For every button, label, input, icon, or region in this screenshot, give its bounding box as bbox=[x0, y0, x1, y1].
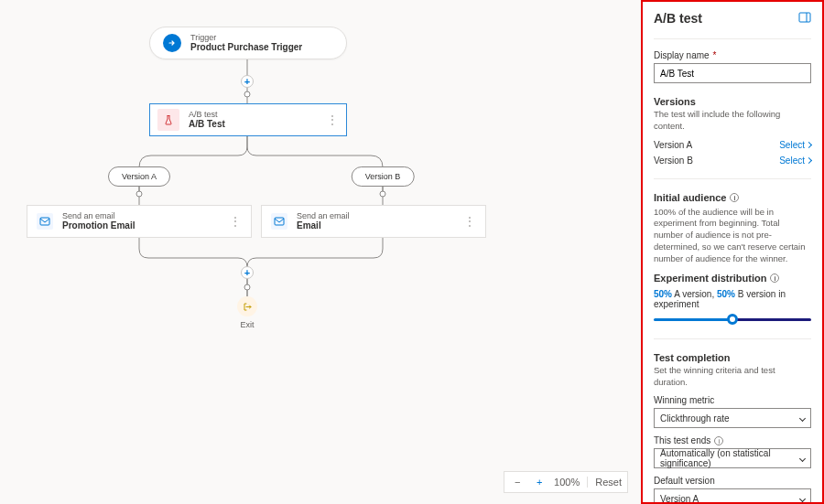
delete-icon[interactable] bbox=[798, 12, 811, 26]
svg-rect-0 bbox=[40, 218, 49, 225]
connector-ring bbox=[244, 284, 251, 291]
test-ends-label: This test endsi bbox=[654, 435, 811, 445]
version-a-label: Version A bbox=[654, 140, 692, 150]
trigger-icon bbox=[163, 34, 181, 52]
connector-ring bbox=[244, 91, 251, 98]
select-version-b[interactable]: Select bbox=[779, 155, 811, 166]
email-label: Send an email bbox=[62, 212, 135, 220]
completion-heading: Test completion bbox=[654, 352, 811, 363]
ab-label: A/B test bbox=[189, 111, 225, 119]
trigger-title: Product Purchase Trigger bbox=[190, 42, 302, 53]
version-b-chip[interactable]: Version B bbox=[352, 166, 415, 187]
info-icon: i bbox=[714, 436, 723, 445]
email-title: Promotion Email bbox=[62, 220, 135, 231]
version-a-chip[interactable]: Version A bbox=[108, 166, 170, 187]
audience-body: 100% of the audience will be in experime… bbox=[654, 207, 811, 265]
audience-heading: Initial audiencei bbox=[654, 192, 811, 203]
side-panel: A/B test Display name* Versions The test… bbox=[641, 0, 824, 504]
zoom-in-button[interactable]: + bbox=[532, 477, 547, 488]
email-title: Email bbox=[297, 220, 350, 231]
node-more-icon[interactable]: ⋮ bbox=[464, 215, 476, 228]
exit-label: Exit bbox=[240, 320, 254, 329]
svg-rect-2 bbox=[799, 13, 810, 22]
winning-metric-dropdown[interactable]: Clickthrough rate bbox=[654, 408, 811, 428]
distribution-text: 50% A version, 50% B version in experime… bbox=[654, 289, 811, 309]
default-version-dropdown[interactable]: Version A bbox=[654, 488, 811, 502]
info-icon: i bbox=[770, 273, 779, 283]
distribution-slider[interactable] bbox=[654, 313, 811, 326]
zoom-out-button[interactable]: − bbox=[510, 477, 525, 488]
zoom-level: 100% bbox=[554, 477, 580, 488]
add-step-1[interactable]: + bbox=[241, 75, 254, 88]
versions-sub: The test will include the following cont… bbox=[654, 109, 811, 133]
info-icon: i bbox=[730, 193, 739, 202]
chevron-down-icon bbox=[799, 456, 806, 462]
completion-sub: Set the winning criteria and test durati… bbox=[654, 365, 811, 389]
add-step-2[interactable]: + bbox=[241, 266, 254, 279]
versions-heading: Versions bbox=[654, 96, 811, 107]
winning-metric-label: Winning metric bbox=[654, 395, 811, 405]
email-node-a[interactable]: Send an email Promotion Email ⋮ bbox=[27, 205, 252, 238]
node-more-icon[interactable]: ⋮ bbox=[327, 113, 339, 126]
ab-test-node[interactable]: A/B test A/B Test ⋮ bbox=[149, 103, 347, 136]
trigger-node[interactable]: Trigger Product Purchase Trigger bbox=[149, 27, 347, 59]
email-icon bbox=[271, 213, 287, 230]
zoom-toolbar: − + 100% Reset bbox=[504, 471, 628, 493]
chevron-down-icon bbox=[799, 415, 806, 422]
flask-icon bbox=[157, 109, 179, 131]
connectors bbox=[0, 0, 641, 504]
email-label: Send an email bbox=[297, 212, 350, 220]
panel-title: A/B test bbox=[654, 11, 702, 26]
connector-ring bbox=[380, 191, 386, 198]
distribution-heading: Experiment distributioni bbox=[654, 273, 811, 284]
email-icon bbox=[37, 213, 53, 230]
zoom-reset-button[interactable]: Reset bbox=[587, 477, 622, 488]
email-node-b[interactable]: Send an email Email ⋮ bbox=[261, 205, 486, 238]
svg-rect-1 bbox=[275, 218, 284, 225]
node-more-icon[interactable]: ⋮ bbox=[230, 215, 242, 228]
journey-canvas[interactable]: Trigger Product Purchase Trigger + A/B t… bbox=[0, 0, 641, 504]
display-name-label: Display name* bbox=[654, 50, 811, 60]
chevron-down-icon bbox=[799, 496, 806, 502]
test-ends-dropdown[interactable]: Automatically (on statistical significan… bbox=[654, 448, 811, 468]
exit-node[interactable] bbox=[237, 296, 257, 316]
trigger-label: Trigger bbox=[190, 34, 302, 42]
ab-title: A/B Test bbox=[189, 119, 225, 130]
display-name-input[interactable] bbox=[654, 63, 811, 83]
connector-ring bbox=[136, 191, 143, 198]
version-b-label: Version B bbox=[654, 155, 693, 166]
default-version-label: Default version bbox=[654, 476, 811, 486]
select-version-a[interactable]: Select bbox=[779, 140, 811, 150]
